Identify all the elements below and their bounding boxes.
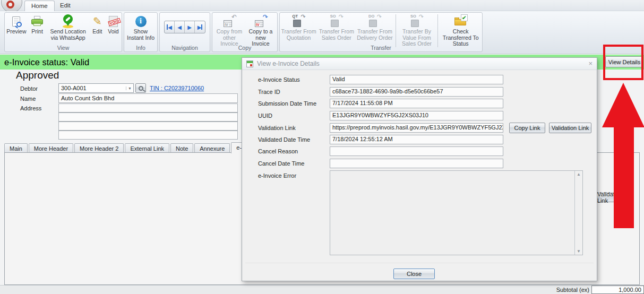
ribbon-group-copy: ↶IV Copy from other Invoice ↷IV Copy to …	[212, 12, 278, 52]
ribbon-group-transfer: QT↷ Transfer From Quotation SO↷ Transfer…	[279, 12, 483, 52]
debtor-combo[interactable]: 300-A001 ▼	[58, 83, 134, 93]
close-icon[interactable]: ×	[588, 59, 593, 67]
debtor-label: Debtor	[20, 85, 38, 92]
ribbon: Preview Print Send Location via WhatsApp…	[0, 11, 644, 54]
view-einvoice-details-dialog: View e-Invoice Details × e-Invoice Statu…	[242, 57, 597, 281]
address-field-2[interactable]	[58, 113, 238, 122]
quotation-icon: QT↷	[292, 14, 306, 29]
transfer-from-delivery-order-button: DO↷ Transfer From Delivery Order	[355, 13, 394, 41]
transfer-from-sales-order-label: Transfer From Sales Order	[319, 29, 354, 41]
dialog-footer-divider	[245, 263, 594, 263]
by-value-icon: SO↷	[410, 14, 424, 29]
print-label: Print	[31, 29, 43, 35]
app-orb-icon	[6, 1, 14, 8]
subtotal-label: Subtotal (ex)	[531, 287, 589, 293]
dialog-uuid-field[interactable]: E13JGR9Y0WBWZYF5GJ2XS03J10	[330, 111, 503, 120]
check-transferred-status-button[interactable]: ✔ Check Transferred To Status	[439, 13, 482, 48]
transfer-from-delivery-order-label: Transfer From Delivery Order	[356, 29, 393, 41]
scroll-down-icon[interactable]: ▼	[575, 249, 582, 254]
form-tabstrip: Main More Header More Header 2 External …	[4, 142, 277, 153]
dialog-cancel-date-field[interactable]	[330, 159, 503, 168]
send-location-whatsapp-label: Send Location via WhatsApp	[48, 29, 89, 41]
dialog-cancel-reason-field[interactable]	[330, 146, 503, 156]
field-label: UUID	[258, 113, 272, 119]
ribbon-tab-home[interactable]: Home	[24, 1, 55, 11]
tin-link[interactable]: TIN : C20239710060	[150, 85, 204, 91]
preview-button[interactable]: Preview	[5, 13, 28, 36]
show-instant-info-button[interactable]: i Show Instant Info	[124, 13, 157, 41]
approved-heading: Approved	[16, 70, 59, 81]
copy-link-button[interactable]: Copy Link	[509, 123, 545, 133]
dialog-validation-link-button[interactable]: Validation Link	[549, 123, 591, 133]
nav-next-button[interactable]: ▶	[185, 21, 195, 33]
navigation-group-label: Navigation	[160, 45, 210, 51]
copy-to-new-invoice-button[interactable]: ↷IV Copy to a new Invoice	[245, 13, 276, 48]
close-button[interactable]: Close	[393, 269, 435, 279]
address-field-1[interactable]	[58, 103, 238, 113]
field-label: Validated Date Time	[258, 136, 310, 143]
debtor-value: 300-A001	[59, 85, 126, 91]
chevron-down-icon[interactable]: ▼	[126, 87, 133, 90]
copy-to-icon: ↷IV	[254, 14, 267, 29]
scrollbar[interactable]: ▲ ▼	[574, 171, 582, 255]
address-field-4[interactable]	[58, 131, 238, 140]
dialog-submission-date-field[interactable]: 7/17/2024 11:55:08 PM	[330, 99, 503, 108]
annotation-arrow-up-icon	[602, 83, 644, 127]
transfer-group-label: Transfer	[280, 45, 482, 51]
nav-last-button[interactable]: ▶	[195, 21, 205, 33]
annotation-arrow-body	[614, 126, 634, 228]
void-icon: VOID	[109, 14, 118, 29]
whatsapp-icon	[61, 14, 75, 29]
transfer-from-quotation-label: Transfer From Quotation	[281, 29, 316, 41]
address-field-3[interactable]	[58, 122, 238, 131]
send-location-whatsapp-button[interactable]: Send Location via WhatsApp	[47, 13, 90, 41]
group-separator	[396, 14, 396, 47]
dialog-title: View e-Invoice Details	[257, 60, 320, 67]
dialog-icon	[246, 60, 253, 67]
dialog-error-box[interactable]: ▲ ▼	[330, 170, 583, 255]
field-label: Cancel Date Time	[258, 160, 304, 167]
void-button[interactable]: VOID Void	[105, 13, 122, 36]
application-window: Home Edit Preview Print Send Location vi…	[0, 0, 644, 294]
info-group-label: Info	[124, 45, 157, 51]
dialog-trace-id-field[interactable]: c68ace73-1882-4690-9a9b-d5e50c66be57	[330, 87, 503, 97]
transfer-from-sales-order-button: SO↷ Transfer From Sales Order	[317, 13, 355, 41]
title-strip	[0, 0, 644, 11]
ribbon-group-view: Preview Print Send Location via WhatsApp…	[4, 12, 122, 52]
annotation-highlight-rectangle	[603, 45, 643, 80]
name-field[interactable]: Auto Count Sdn Bhd	[58, 93, 238, 103]
address-label: Address	[20, 105, 41, 111]
scroll-up-icon[interactable]: ▲	[575, 172, 582, 177]
field-label: Submission Date Time	[258, 100, 316, 107]
field-label: e-Invoice Status	[258, 76, 300, 83]
check-transferred-icon: ✔	[454, 14, 468, 29]
edit-button[interactable]: ✎ Edit	[90, 13, 105, 36]
debtor-lookup-button[interactable]	[135, 83, 146, 93]
dialog-error-label: e-Invoice Error	[258, 172, 296, 179]
print-icon	[31, 14, 43, 29]
copy-from-icon: ↶IV	[223, 14, 236, 29]
ribbon-group-info: i Show Instant Info Info	[124, 12, 158, 52]
show-instant-info-label: Show Instant Info	[125, 29, 156, 41]
info-icon: i	[135, 14, 147, 29]
view-group-label: View	[5, 45, 122, 51]
dialog-einvoice-status-field[interactable]: Valid	[330, 75, 503, 84]
dialog-validated-date-field[interactable]: 7/18/2024 12:55:12 AM	[330, 135, 503, 144]
dialog-titlebar[interactable]: View e-Invoice Details ×	[242, 58, 597, 70]
nav-previous-button[interactable]: ◀	[175, 21, 185, 33]
print-button[interactable]: Print	[28, 13, 47, 36]
void-label: Void	[108, 29, 118, 35]
einvoice-status-text: e-Invoice status: Valid	[4, 57, 89, 67]
ribbon-tab-edit[interactable]: Edit	[54, 1, 77, 11]
copy-group-label: Copy	[212, 45, 277, 51]
copy-from-other-invoice-button: ↶IV Copy from other Invoice	[213, 13, 245, 48]
nav-first-button[interactable]: ◀	[165, 21, 175, 33]
field-label: Trace ID	[258, 89, 280, 95]
navigation-strip: ◀ ◀ ▶ ▶	[164, 21, 205, 33]
subtotal-value: 1,000.00	[591, 286, 644, 294]
dialog-validation-link-field[interactable]: https://preprod.myinvois.hasil.gov.my/E1…	[330, 123, 503, 133]
preview-icon	[12, 14, 20, 29]
group-separator	[437, 14, 438, 47]
transfer-by-value-button: SO↷ Transfer By Value From Sales Order	[397, 13, 437, 48]
sales-order-icon: SO↷	[330, 14, 344, 29]
